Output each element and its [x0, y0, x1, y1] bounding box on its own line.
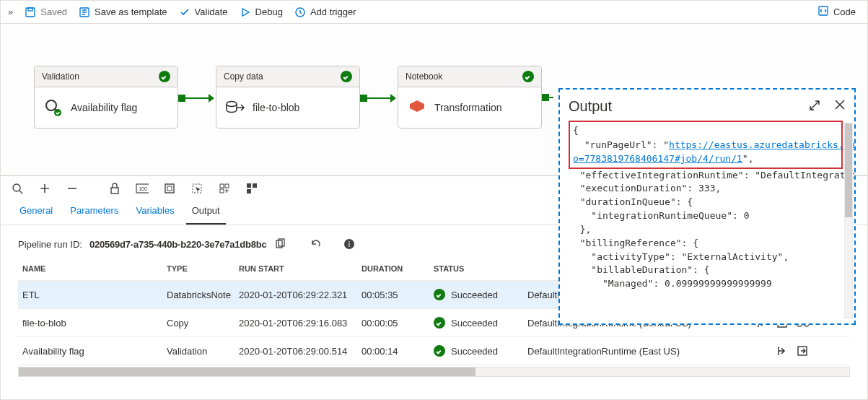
svg-rect-0: [26, 8, 35, 17]
info-icon[interactable]: i: [343, 238, 355, 250]
expand-icon[interactable]: [808, 99, 821, 114]
svg-point-7: [227, 102, 237, 107]
cell-runstart: 2020-01-20T06:29:00.514: [239, 346, 361, 357]
tab-output[interactable]: Output: [186, 198, 226, 225]
fit-100-icon[interactable]: 100: [136, 182, 149, 195]
check-icon: [179, 6, 190, 18]
cell-type: DatabricksNote: [167, 290, 239, 300]
col-type: TYPE: [167, 264, 239, 273]
cell-runstart: 2020-01-20T06:29:16.083: [239, 318, 361, 329]
play-icon: [240, 6, 251, 18]
activity-name: file-to-blob: [253, 102, 299, 113]
success-icon: [341, 71, 352, 82]
success-icon: [522, 71, 534, 82]
input-icon[interactable]: [776, 344, 789, 357]
run-id-label: Pipeline run ID:: [18, 239, 82, 250]
cell-status: Succeeded: [434, 289, 527, 300]
auto-align-icon[interactable]: [218, 182, 231, 195]
cell-name: file-to-blob: [22, 318, 167, 329]
validate-button[interactable]: Validate: [179, 6, 228, 18]
output-json: { "runPageUrl": "https://eastus.azuredat…: [560, 121, 854, 298]
add-trigger-label: Add trigger: [310, 6, 356, 17]
tab-variables[interactable]: Variables: [130, 198, 180, 225]
add-trigger-button[interactable]: Add trigger: [294, 6, 356, 18]
connector-1: [178, 94, 214, 103]
run-id-value: 020569d7-a735-440b-b220-3e7e7a1db8bc: [89, 239, 267, 250]
json-rest: "effectiveIntegrationRuntime": "DefaultI…: [569, 170, 854, 290]
layout-icon[interactable]: [245, 182, 258, 195]
cell-status: Succeeded: [434, 317, 527, 329]
success-icon: [434, 317, 445, 329]
vertical-scrollbar[interactable]: [844, 123, 853, 319]
expand-chevron-icon[interactable]: »: [8, 6, 13, 17]
cell-duration: 00:00:14: [361, 346, 434, 357]
save-template-label: Save as template: [95, 6, 167, 17]
saved-label: Saved: [40, 6, 67, 17]
svg-rect-15: [220, 184, 224, 188]
svg-text:i: i: [348, 240, 349, 248]
svg-rect-9: [111, 188, 118, 194]
activity-notebook[interactable]: Notebook Transformation: [398, 66, 542, 129]
tab-parameters[interactable]: Parameters: [64, 198, 124, 225]
col-name: NAME: [22, 264, 167, 273]
svg-point-5: [46, 100, 56, 110]
code-label: Code: [833, 6, 856, 17]
activity-type: Notebook: [405, 71, 442, 82]
output-icon[interactable]: [796, 344, 809, 357]
svg-rect-16: [225, 184, 229, 188]
svg-text:100: 100: [139, 186, 147, 191]
json-prefix: { "runPageUrl": ": [573, 125, 669, 150]
zoom-in-icon[interactable]: [38, 182, 51, 195]
select-icon[interactable]: [190, 182, 203, 195]
svg-point-8: [13, 184, 20, 191]
save-as-template-button[interactable]: Save as template: [79, 6, 167, 18]
cell-type: Copy: [167, 318, 239, 329]
output-title: Output: [569, 98, 612, 115]
tab-general[interactable]: General: [14, 198, 58, 225]
svg-rect-20: [247, 189, 251, 194]
svg-point-6: [54, 109, 61, 116]
databricks-icon: [407, 97, 427, 118]
trigger-icon: [294, 6, 306, 18]
svg-rect-12: [165, 184, 174, 193]
fit-to-screen-icon[interactable]: [163, 182, 176, 195]
refresh-icon[interactable]: [310, 238, 322, 250]
template-icon: [79, 6, 90, 18]
output-json-panel: Output { "runPageUrl": "https://eastus.a…: [558, 88, 856, 325]
activity-name: Availability flag: [71, 102, 137, 113]
saved-indicator: Saved: [25, 6, 67, 18]
lock-icon[interactable]: [108, 182, 121, 195]
cell-runstart: 2020-01-20T06:29:22.321: [239, 290, 361, 300]
cell-type: Validation: [167, 346, 239, 357]
cell-status: Succeeded: [434, 345, 527, 357]
svg-rect-1: [28, 8, 32, 11]
zoom-out-icon[interactable]: [66, 182, 79, 195]
horizontal-scrollbar: [18, 367, 850, 377]
activity-type: Validation: [42, 71, 79, 82]
validate-label: Validate: [195, 6, 228, 17]
save-icon: [25, 6, 36, 18]
table-row[interactable]: Availability flag Validation 2020-01-20T…: [18, 337, 850, 365]
connector-3: [542, 94, 553, 101]
svg-rect-13: [167, 186, 172, 191]
activity-type: Copy data: [224, 71, 263, 82]
close-icon[interactable]: [834, 99, 846, 114]
activity-validation[interactable]: Validation Availability flag: [34, 66, 178, 129]
validation-icon: [43, 97, 63, 118]
activity-name: Transformation: [434, 102, 502, 113]
debug-label: Debug: [255, 6, 283, 17]
cell-runtime: DefaultIntegrationRuntime (East US): [527, 346, 737, 357]
copy-icon[interactable]: [274, 238, 286, 250]
cell-name: Availability flag: [22, 346, 167, 357]
cell-name: ETL: [22, 290, 167, 300]
col-runstart: RUN START: [239, 264, 361, 273]
connector-2: [360, 94, 396, 103]
activity-copy[interactable]: Copy data file-to-blob: [216, 66, 360, 129]
success-icon: [434, 345, 445, 357]
cell-duration: 00:00:05: [361, 318, 434, 329]
svg-rect-17: [220, 189, 224, 193]
json-suffix: ",: [742, 153, 754, 164]
search-icon[interactable]: [11, 182, 24, 195]
debug-button[interactable]: Debug: [240, 6, 283, 18]
code-button[interactable]: Code: [817, 5, 860, 19]
